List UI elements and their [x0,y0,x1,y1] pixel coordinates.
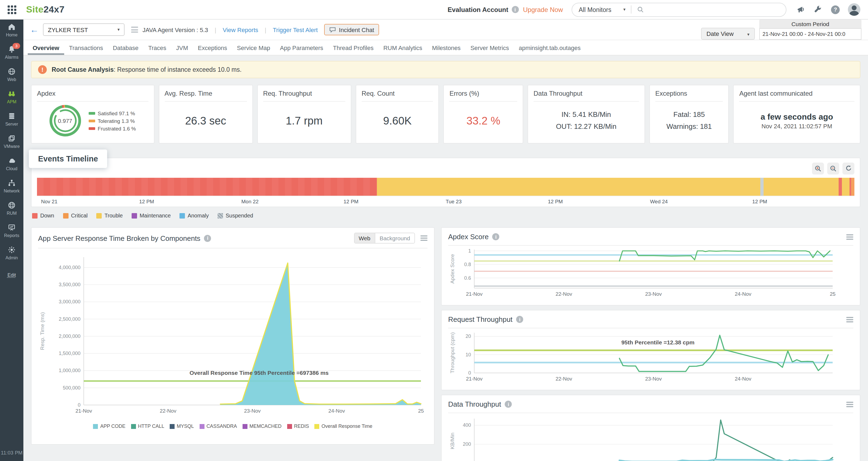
apdex-chart[interactable]: 0.60.8121-Nov22-Nov23-Nov24-Nov25Apdex S… [448,246,840,298]
tools-icon[interactable] [814,5,823,14]
search-input[interactable] [644,6,779,13]
info-icon[interactable]: i [493,233,499,240]
chart-legend-cassandra[interactable]: CASSANDRA [199,424,237,429]
help-icon[interactable]: ? [831,5,840,14]
monitor-select[interactable]: ZYLKER TEST ▾ [43,23,125,36]
metric-card-title: Apdex [37,90,148,102]
info-icon[interactable]: i [204,235,211,242]
tab-thread-profiles[interactable]: Thread Profiles [328,41,378,55]
data-chart[interactable]: 020040021-Nov22-Nov23-Nov24-Nov25KB/Min [448,413,840,461]
tab-database[interactable]: Database [108,41,143,55]
panel-request-throughput: Request Throughput i 0102095th Percentil… [441,310,860,390]
tab-service-map[interactable]: Service Map [232,41,275,55]
chart-legend-overall-response-time[interactable]: Overall Response Time [314,424,372,429]
sidebar-item-apm[interactable]: APM [0,87,23,109]
monitor-menu-icon[interactable] [131,27,138,33]
timeline-legend-maintenance[interactable]: Maintenance [131,212,171,219]
timeline-axis-label: Nov 21 [41,198,57,204]
timeline-legend-suspended[interactable]: Suspended [218,212,253,219]
components-chart[interactable]: 0500,0001,000,0001,500,0002,000,0002,500… [38,249,428,420]
timeline-segment-down[interactable] [839,178,842,196]
tab-jvm[interactable]: JVM [171,41,193,55]
timeline-legend-critical[interactable]: Critical [63,212,88,219]
timeline-segment-trouble[interactable] [842,178,849,196]
timeline-legend-down[interactable]: Down [32,212,54,219]
metric-value: 1.7 rpm [286,114,323,127]
gear-icon [0,246,23,255]
tab-apminsight-tab-outages[interactable]: apminsight.tab.outages [514,41,586,55]
info-icon[interactable]: i [512,6,519,13]
sidebar-item-reports[interactable]: Reports [0,220,23,242]
sidebar-item-alarms[interactable]: Alarms3 [0,42,23,64]
timeline-axis-label: 12 PM [752,198,767,204]
sidebar-item-server[interactable]: Server [0,109,23,131]
sidebar-item-web[interactable]: Web [0,64,23,87]
timeline-segment-suspended[interactable] [760,178,764,196]
panel-menu-icon[interactable] [846,234,853,239]
timeline-segment-trouble[interactable] [377,178,760,196]
sidebar-item-home[interactable]: Home [0,20,23,42]
chart-legend-memcached[interactable]: MEMCACHED [242,424,281,429]
timeline-segment-critical[interactable] [851,178,855,196]
announcement-icon[interactable] [796,5,805,14]
apps-grid-icon[interactable] [8,5,16,14]
zoom-out-button[interactable] [827,163,839,174]
panel-menu-icon[interactable] [846,317,853,322]
info-icon[interactable]: i [517,316,524,323]
timeline-axis-label: 12 PM [548,198,563,204]
panel-apdex-score: Apdex Score i 0.60.8121-Nov22-Nov23-Nov2… [441,227,860,305]
agent-ago-value: a few seconds ago [761,112,833,121]
chart-legend-http-call[interactable]: HTTP CALL [131,424,164,429]
events-timeline-bar[interactable] [37,178,855,196]
sidebar-item-rum[interactable]: RUM [0,198,23,220]
timeline-segment-trouble[interactable] [764,178,839,196]
avatar[interactable] [848,3,860,16]
date-view-button[interactable]: Date View ▾ [701,28,755,40]
zoom-in-button[interactable] [812,163,824,174]
upgrade-now-link[interactable]: Upgrade Now [523,6,563,13]
chart-legend-app-code[interactable]: APP CODE [93,424,126,429]
zoom-reset-button[interactable] [842,163,855,174]
svg-text:22-Nov: 22-Nov [160,408,177,414]
chart-legend-redis[interactable]: REDIS [287,424,309,429]
home-icon [0,23,23,32]
sidebar-item-admin[interactable]: Admin [0,242,23,265]
svg-text:1,000,000: 1,000,000 [59,368,81,373]
chevron-down-icon: ▾ [118,27,120,32]
request-chart[interactable]: 0102095th Percentile =12.38 cpm21-Nov22-… [448,328,840,383]
apdex-gauge-wrap: 0.977Satisfied 97.1 %Tolerating 1.3 %Fru… [37,105,148,136]
tab-transactions[interactable]: Transactions [64,41,108,55]
tab-exceptions[interactable]: Exceptions [193,41,232,55]
trigger-test-alert-link[interactable]: Trigger Test Alert [273,26,318,33]
panel-menu-icon[interactable] [846,401,853,407]
custom-period-input[interactable] [759,28,862,40]
back-arrow-icon[interactable]: ← [30,25,39,34]
tab-traces[interactable]: Traces [143,41,171,55]
toggle-web[interactable]: Web [354,233,375,243]
tab-app-parameters[interactable]: App Parameters [275,41,328,55]
tab-server-metrics[interactable]: Server Metrics [466,41,514,55]
sidebar-item-cloud[interactable]: Cloud [0,153,23,175]
timeline-segment-down[interactable] [37,178,377,196]
incident-chat-button[interactable]: Incident Chat [324,24,379,35]
sidebar-edit-link[interactable]: Edit [0,272,23,278]
tab-overview[interactable]: Overview [28,41,64,55]
timeline-legend-anomaly[interactable]: Anomaly [180,212,209,219]
chart-legend-mysql[interactable]: MYSQL [170,424,194,429]
tab-milestones[interactable]: Milestones [427,41,466,55]
timeline-legend-trouble[interactable]: Trouble [96,212,123,219]
view-reports-link[interactable]: View Reports [223,26,258,33]
sidebar-item-network[interactable]: Network [0,175,23,198]
main-area: ! Root Cause Analysis: Response time of … [23,56,868,461]
svg-text:25: 25 [418,408,424,414]
sidebar-item-label: Reports [0,233,23,238]
global-search[interactable]: All Monitors ▾ [571,2,786,17]
sidebar-item-vmware[interactable]: VMware [0,131,23,153]
metric-value: 9.60K [383,114,412,127]
panel-menu-icon[interactable] [421,235,428,241]
monitor-filter-dropdown[interactable]: All Monitors [579,6,611,13]
metric-card-req-throughput: Req. Throughput1.7 rpm [257,85,351,143]
info-icon[interactable]: i [505,401,512,408]
tab-rum-analytics[interactable]: RUM Analytics [378,41,427,55]
toggle-background[interactable]: Background [375,233,414,243]
